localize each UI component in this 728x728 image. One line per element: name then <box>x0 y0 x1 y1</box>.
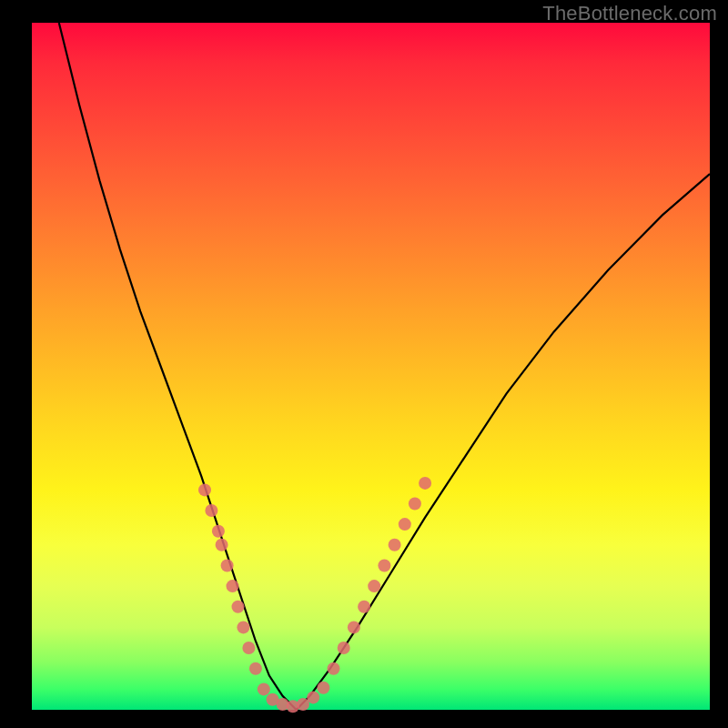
data-marker <box>232 601 245 613</box>
plot-area <box>32 23 710 710</box>
data-marker <box>212 525 225 538</box>
data-marker <box>409 498 421 511</box>
bottleneck-curve-path <box>59 23 710 710</box>
data-marker <box>198 483 211 496</box>
data-marker <box>399 518 411 531</box>
data-marker <box>317 682 329 694</box>
data-marker <box>389 539 401 551</box>
data-marker <box>328 662 340 675</box>
data-marker <box>307 691 319 703</box>
data-marker <box>348 621 360 633</box>
data-marker <box>237 621 249 633</box>
data-marker <box>242 642 255 654</box>
curve-line <box>59 23 710 710</box>
data-marker <box>338 642 350 654</box>
watermark-text: TheBottleneck.com <box>542 2 717 25</box>
data-marker <box>419 477 431 490</box>
data-marker <box>216 539 228 551</box>
data-marker <box>378 560 390 572</box>
chart-frame: TheBottleneck.com <box>0 0 728 728</box>
data-marker <box>368 580 380 592</box>
data-marker <box>205 504 217 517</box>
data-marker <box>249 662 262 675</box>
chart-svg <box>32 23 710 710</box>
data-marker <box>358 601 370 613</box>
data-marker <box>227 580 239 592</box>
data-marker <box>221 560 234 572</box>
data-marker <box>258 682 270 695</box>
data-markers <box>198 477 431 713</box>
